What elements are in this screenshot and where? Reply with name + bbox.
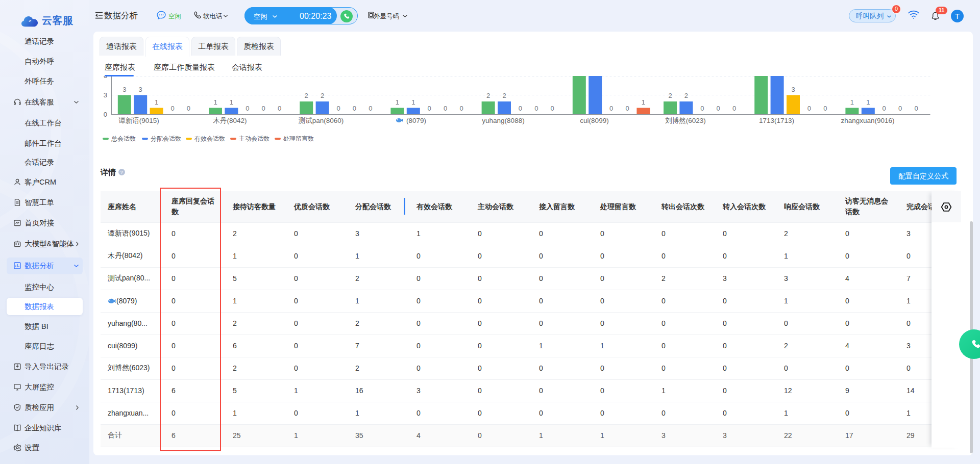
svg-text:1: 1 [396,98,399,106]
svg-text:2: 2 [684,92,688,99]
svg-text:谭新语(9015): 谭新语(9015) [118,117,159,124]
svg-text:1: 1 [850,98,854,106]
svg-text:3: 3 [139,86,142,93]
svg-text:0: 0 [170,105,174,112]
svg-text:cui(8099): cui(8099) [580,117,608,124]
svg-text:2: 2 [321,92,324,99]
svg-text:1: 1 [230,98,233,106]
svg-text:yuhang(8088): yuhang(8088) [482,117,524,124]
svg-text:0: 0 [700,105,704,112]
svg-text:2: 2 [486,92,490,99]
svg-text:0: 0 [262,105,265,112]
svg-text:0: 0 [369,105,372,112]
svg-text:0: 0 [459,105,463,112]
svg-text:6: 6 [104,76,107,80]
svg-text:0: 0 [807,105,811,112]
svg-text:2: 2 [305,92,308,99]
svg-text:0: 0 [609,105,613,112]
svg-text:0: 0 [428,105,431,112]
svg-text:0: 0 [104,111,107,118]
svg-text:0: 0 [336,105,340,112]
svg-text:0: 0 [444,105,447,112]
svg-text:1: 1 [866,98,870,106]
svg-text:0: 0 [246,105,249,112]
svg-text:1: 1 [642,98,645,106]
svg-text:0: 0 [519,105,522,112]
svg-text:2: 2 [668,92,672,99]
svg-text:0: 0 [353,105,356,112]
svg-text:(8079): (8079) [406,117,426,124]
svg-text:0: 0 [625,105,629,112]
svg-text:0: 0 [823,105,827,112]
svg-text:1713(1713): 1713(1713) [759,117,794,124]
svg-text:0: 0 [717,105,720,112]
svg-text:刘博然(6023): 刘博然(6023) [665,117,706,124]
svg-text:0: 0 [914,105,918,112]
svg-text:木丹(8042): 木丹(8042) [213,117,247,124]
svg-text:0: 0 [883,105,886,112]
svg-text:1: 1 [411,98,415,106]
svg-text:3: 3 [104,91,107,99]
svg-text:测试pan(8060): 测试pan(8060) [299,117,344,124]
svg-text:0: 0 [732,105,736,112]
svg-text:0: 0 [551,105,554,112]
svg-text:0: 0 [898,105,902,112]
svg-text:1: 1 [155,98,158,106]
svg-text:2: 2 [502,92,506,99]
svg-text:0: 0 [187,105,190,112]
svg-text:zhangxuan(9016): zhangxuan(9016) [841,117,894,124]
svg-text:3: 3 [791,86,795,93]
svg-text:0: 0 [534,105,538,112]
svg-text:0: 0 [278,105,281,112]
svg-text:3: 3 [122,86,126,93]
svg-text:1: 1 [213,98,217,106]
